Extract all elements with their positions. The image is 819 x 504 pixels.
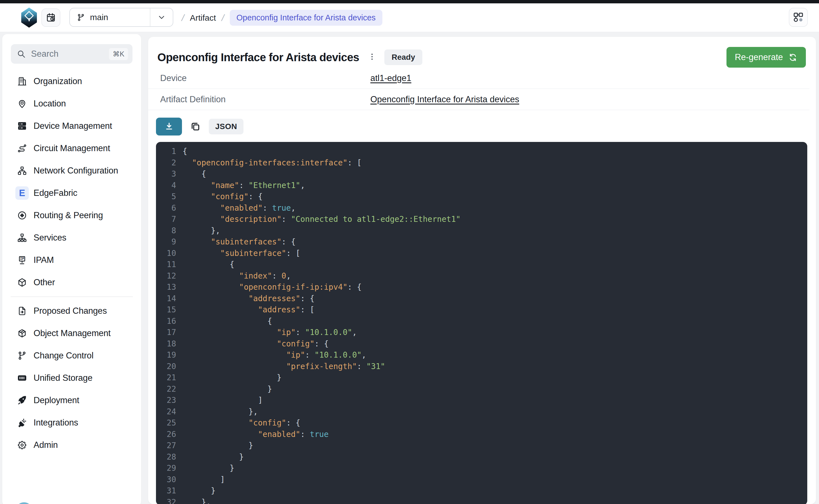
- field-value-link[interactable]: Openconfig Interface for Arista devices: [370, 94, 519, 104]
- sidebar-item-object-management[interactable]: Object Management: [2, 322, 141, 344]
- sidebar-item-label: Change Control: [34, 351, 93, 361]
- gear-icon: [17, 440, 27, 450]
- sidebar-item-services[interactable]: Services: [2, 227, 141, 249]
- code-line: 22 }: [156, 384, 807, 395]
- code-text: }: [182, 384, 272, 395]
- line-number: 11: [159, 259, 176, 270]
- search-placeholder: Search: [31, 49, 58, 59]
- breadcrumb-current[interactable]: Openconfig Interface for Arista devices: [230, 10, 382, 26]
- line-number: 12: [159, 270, 176, 282]
- sidebar-item-organization[interactable]: Organization: [2, 70, 141, 92]
- line-number: 8: [159, 225, 176, 237]
- sidebar-item-change-control[interactable]: Change Control: [2, 344, 141, 367]
- file-arrow-icon-slot: [15, 304, 29, 318]
- sidebar-item-device-management[interactable]: Device Management: [2, 115, 141, 137]
- edgefabric-badge: E: [15, 186, 29, 200]
- sidebar-item-network-configuration[interactable]: Network Configuration: [2, 160, 141, 182]
- code-text: "config": {: [182, 191, 263, 203]
- cube-icon: [17, 277, 27, 287]
- line-number: 26: [159, 429, 176, 440]
- sidebar-item-integrations[interactable]: Integrations: [2, 412, 141, 434]
- code-line: 8 },: [156, 225, 807, 237]
- branch-selector[interactable]: main: [69, 8, 173, 27]
- components-button[interactable]: [789, 8, 808, 27]
- code-line: 6 "enabled": true,: [156, 203, 807, 214]
- building-icon-slot: [15, 75, 29, 88]
- sidebar-item-label: Proposed Changes: [34, 306, 107, 316]
- sidebar-item-routing-peering[interactable]: Routing & Peering: [2, 204, 141, 227]
- search-icon: [16, 49, 26, 59]
- line-number: 30: [159, 474, 176, 486]
- topbar: main /Artifact/Openconfig Interface for …: [0, 3, 819, 32]
- code-text: "openconfig-if-ip:ipv4": {: [182, 282, 362, 293]
- server-rack-icon: [17, 121, 27, 131]
- line-number: 22: [159, 384, 176, 395]
- components-icon: [792, 11, 804, 23]
- code-line: 2 "openconfig-interfaces:interface": [: [156, 157, 807, 169]
- code-text: "index": 0,: [182, 270, 291, 282]
- code-text: "ip": "10.1.0.0",: [182, 327, 357, 338]
- line-number: 10: [159, 248, 176, 259]
- code-line: 24 },: [156, 406, 807, 418]
- line-number: 18: [159, 338, 176, 350]
- breadcrumb-separator: /: [220, 13, 225, 23]
- copy-button[interactable]: [190, 121, 201, 132]
- line-number: 5: [159, 191, 176, 203]
- line-number: 15: [159, 304, 176, 316]
- artifact-toolbar: JSON: [156, 118, 816, 135]
- code-text: "openconfig-interfaces:interface": [: [182, 157, 362, 169]
- sidebar-item-circuit-management[interactable]: Circuit Management: [2, 137, 141, 160]
- sidebar-item-admin[interactable]: Admin: [2, 434, 141, 456]
- download-button[interactable]: [156, 118, 182, 135]
- search-input[interactable]: Search ⌘K: [11, 44, 132, 64]
- branch-selector-value: main: [70, 13, 150, 22]
- line-number: 21: [159, 372, 176, 384]
- title-menu-button[interactable]: [367, 52, 376, 62]
- field-value-link[interactable]: atl1-edge1: [370, 73, 412, 83]
- app-logo[interactable]: [21, 8, 37, 28]
- code-text: {: [182, 259, 234, 270]
- code-text: }: [182, 372, 281, 384]
- line-number: 4: [159, 180, 176, 191]
- line-number: 1: [159, 146, 176, 157]
- sidebar-item-ipam[interactable]: IPIPAM: [2, 249, 141, 271]
- code-line: 10 "subinterface": [: [156, 248, 807, 259]
- code-text: }: [182, 440, 253, 451]
- breadcrumb-link[interactable]: Artifact: [190, 13, 216, 23]
- code-line: 28 }: [156, 451, 807, 463]
- breadcrumb-separator: /: [180, 13, 185, 23]
- calendar-clock-button[interactable]: [41, 8, 60, 27]
- code-viewer[interactable]: 1{2 "openconfig-interfaces:interface": […: [156, 142, 807, 504]
- status-badge: Ready: [384, 49, 423, 65]
- sidebar-item-other[interactable]: Other: [2, 271, 141, 294]
- plug-icon: [17, 418, 27, 428]
- sidebar-item-proposed-changes[interactable]: Proposed Changes: [2, 300, 141, 322]
- code-line: 13 "openconfig-if-ip:ipv4": {: [156, 282, 807, 293]
- sidebar-menu-secondary: Proposed ChangesObject ManagementChange …: [2, 300, 141, 456]
- code-line: 7 "description": "Connected to atl1-edge…: [156, 214, 807, 225]
- line-number: 13: [159, 282, 176, 293]
- sidebar-menu-primary: OrganizationLocationDevice ManagementCir…: [2, 70, 141, 294]
- code-text: "config": {: [182, 338, 329, 350]
- sitemap-icon: [17, 233, 27, 243]
- sidebar-item-unified-storage[interactable]: Unified Storage: [2, 367, 141, 389]
- code-line: 27 }: [156, 440, 807, 451]
- user-row[interactable]: A Admin: [2, 501, 141, 504]
- code-text: },: [182, 497, 211, 504]
- plug-icon-slot: [15, 416, 29, 429]
- line-number: 31: [159, 485, 176, 497]
- box-icon: [17, 328, 27, 338]
- regenerate-label: Re-generate: [735, 52, 783, 62]
- line-number: 6: [159, 203, 176, 214]
- line-number: 17: [159, 327, 176, 338]
- sidebar-item-deployment[interactable]: Deployment: [2, 389, 141, 412]
- branch-selector-caret[interactable]: [150, 8, 173, 26]
- sidebar-item-edgefabric[interactable]: EEdgeFabric: [2, 182, 141, 204]
- routing-compass-icon: [17, 210, 27, 220]
- code-line: 31 }: [156, 485, 807, 497]
- code-line: 5 "config": {: [156, 191, 807, 203]
- line-number: 27: [159, 440, 176, 451]
- line-number: 25: [159, 417, 176, 429]
- sidebar-item-location[interactable]: Location: [2, 92, 141, 115]
- regenerate-button[interactable]: Re-generate: [727, 47, 806, 68]
